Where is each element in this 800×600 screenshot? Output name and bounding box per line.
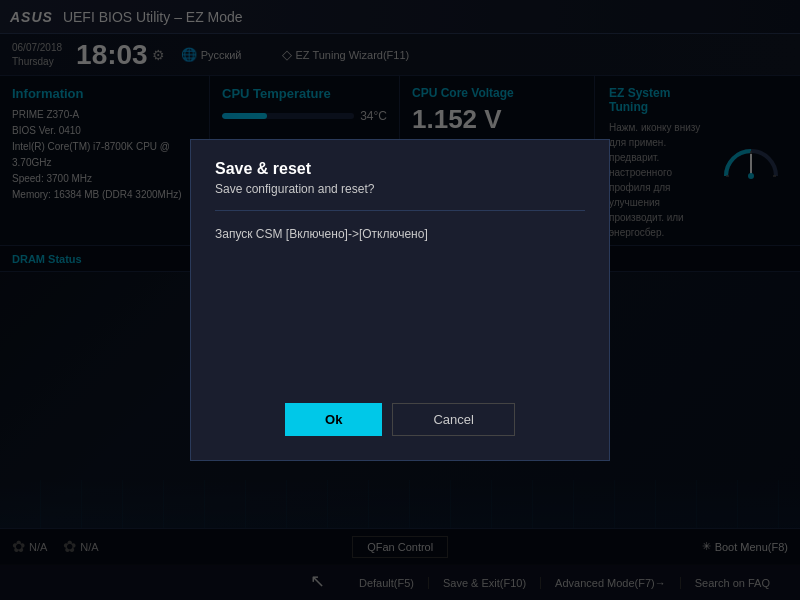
modal-divider: [215, 210, 585, 211]
modal-title: Save & reset: [215, 160, 585, 178]
modal-buttons: Ok Cancel: [215, 403, 585, 436]
modal-subtitle: Save configuration and reset?: [215, 182, 585, 196]
modal-overlay: Save & reset Save configuration and rese…: [0, 0, 800, 600]
ok-button[interactable]: Ok: [285, 403, 382, 436]
save-reset-dialog: Save & reset Save configuration and rese…: [190, 139, 610, 461]
modal-content: Запуск CSM [Включено]->[Отключено]: [215, 225, 585, 243]
cancel-button[interactable]: Cancel: [392, 403, 514, 436]
